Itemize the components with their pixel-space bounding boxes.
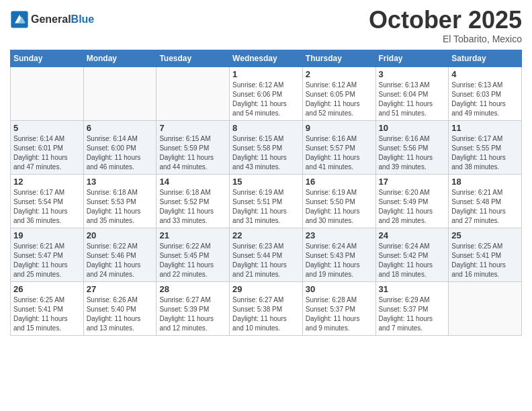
- day-info: Sunrise: 6:19 AM Sunset: 5:50 PM Dayligh…: [306, 188, 373, 226]
- week-row-4: 19Sunrise: 6:21 AM Sunset: 5:47 PM Dayli…: [11, 228, 522, 281]
- day-cell-w5-d4: 29Sunrise: 6:27 AM Sunset: 5:38 PM Dayli…: [230, 281, 303, 335]
- day-info: Sunrise: 6:24 AM Sunset: 5:42 PM Dayligh…: [379, 242, 446, 279]
- day-info: Sunrise: 6:25 AM Sunset: 5:41 PM Dayligh…: [13, 295, 81, 333]
- header-monday: Monday: [83, 50, 157, 66]
- day-cell-w3-d5: 16Sunrise: 6:19 AM Sunset: 5:50 PM Dayli…: [302, 174, 375, 228]
- weekday-header-row: Sunday Monday Tuesday Wednesday Thursday…: [11, 50, 522, 66]
- week-row-2: 5Sunrise: 6:14 AM Sunset: 6:01 PM Daylig…: [11, 120, 522, 174]
- day-number: 12: [13, 177, 81, 187]
- day-number: 30: [306, 284, 373, 294]
- day-cell-w2-d4: 8Sunrise: 6:15 AM Sunset: 5:58 PM Daylig…: [230, 120, 303, 174]
- day-number: 27: [87, 284, 154, 294]
- title-block: October 2025 El Tobarito, Mexico: [369, 7, 522, 44]
- day-cell-w1-d1: [11, 66, 84, 120]
- day-cell-w3-d1: 12Sunrise: 6:17 AM Sunset: 5:54 PM Dayli…: [11, 174, 84, 228]
- day-number: 28: [159, 284, 226, 294]
- day-number: 7: [159, 123, 226, 133]
- day-cell-w5-d6: 31Sunrise: 6:29 AM Sunset: 5:37 PM Dayli…: [375, 281, 449, 335]
- day-info: Sunrise: 6:15 AM Sunset: 5:59 PM Dayligh…: [159, 134, 226, 172]
- day-number: 10: [379, 123, 446, 133]
- day-number: 21: [159, 230, 226, 240]
- day-cell-w1-d3: [157, 66, 230, 120]
- logo-general: GeneralBlue: [31, 13, 94, 26]
- day-info: Sunrise: 6:21 AM Sunset: 5:48 PM Dayligh…: [451, 188, 519, 226]
- day-number: 18: [451, 177, 519, 187]
- day-cell-w3-d4: 15Sunrise: 6:19 AM Sunset: 5:51 PM Dayli…: [230, 174, 303, 228]
- day-cell-w4-d2: 20Sunrise: 6:22 AM Sunset: 5:46 PM Dayli…: [83, 228, 157, 281]
- day-info: Sunrise: 6:18 AM Sunset: 5:53 PM Dayligh…: [87, 188, 154, 226]
- day-number: 20: [87, 230, 154, 240]
- calendar-table: Sunday Monday Tuesday Wednesday Thursday…: [10, 50, 522, 336]
- page-container: GeneralBlue October 2025 El Tobarito, Me…: [0, 0, 532, 346]
- day-info: Sunrise: 6:28 AM Sunset: 5:37 PM Dayligh…: [306, 295, 373, 333]
- day-cell-w2-d2: 6Sunrise: 6:14 AM Sunset: 6:00 PM Daylig…: [83, 120, 157, 174]
- day-number: 9: [306, 123, 373, 133]
- week-row-3: 12Sunrise: 6:17 AM Sunset: 5:54 PM Dayli…: [11, 174, 522, 228]
- day-info: Sunrise: 6:24 AM Sunset: 5:43 PM Dayligh…: [306, 242, 373, 279]
- day-number: 6: [87, 123, 154, 133]
- day-info: Sunrise: 6:22 AM Sunset: 5:45 PM Dayligh…: [159, 242, 226, 279]
- day-cell-w3-d6: 17Sunrise: 6:20 AM Sunset: 5:49 PM Dayli…: [375, 174, 449, 228]
- location-subtitle: El Tobarito, Mexico: [369, 34, 522, 44]
- day-number: 8: [232, 123, 300, 133]
- day-number: 17: [379, 177, 446, 187]
- day-info: Sunrise: 6:20 AM Sunset: 5:49 PM Dayligh…: [379, 188, 446, 226]
- logo-text: GeneralBlue: [31, 13, 94, 26]
- day-cell-w3-d2: 13Sunrise: 6:18 AM Sunset: 5:53 PM Dayli…: [83, 174, 157, 228]
- day-number: 25: [451, 230, 519, 240]
- day-info: Sunrise: 6:17 AM Sunset: 5:54 PM Dayligh…: [13, 188, 81, 226]
- day-cell-w3-d7: 18Sunrise: 6:21 AM Sunset: 5:48 PM Dayli…: [449, 174, 522, 228]
- day-number: 19: [13, 230, 81, 240]
- day-cell-w4-d5: 23Sunrise: 6:24 AM Sunset: 5:43 PM Dayli…: [302, 228, 375, 281]
- day-info: Sunrise: 6:15 AM Sunset: 5:58 PM Dayligh…: [232, 134, 300, 172]
- header-thursday: Thursday: [302, 50, 375, 66]
- day-info: Sunrise: 6:16 AM Sunset: 5:56 PM Dayligh…: [379, 134, 446, 172]
- day-number: 15: [232, 177, 300, 187]
- day-info: Sunrise: 6:27 AM Sunset: 5:39 PM Dayligh…: [159, 295, 226, 333]
- day-cell-w5-d5: 30Sunrise: 6:28 AM Sunset: 5:37 PM Dayli…: [302, 281, 375, 335]
- day-cell-w1-d2: [83, 66, 157, 120]
- day-number: 16: [306, 177, 373, 187]
- day-info: Sunrise: 6:17 AM Sunset: 5:55 PM Dayligh…: [451, 134, 519, 172]
- day-info: Sunrise: 6:23 AM Sunset: 5:44 PM Dayligh…: [232, 242, 300, 279]
- day-number: 22: [232, 230, 300, 240]
- day-cell-w2-d5: 9Sunrise: 6:16 AM Sunset: 5:57 PM Daylig…: [302, 120, 375, 174]
- day-cell-w1-d5: 2Sunrise: 6:12 AM Sunset: 6:05 PM Daylig…: [302, 66, 375, 120]
- day-info: Sunrise: 6:12 AM Sunset: 6:05 PM Dayligh…: [306, 81, 373, 118]
- day-number: 14: [159, 177, 226, 187]
- day-cell-w1-d4: 1Sunrise: 6:12 AM Sunset: 6:06 PM Daylig…: [230, 66, 303, 120]
- day-cell-w5-d7: [449, 281, 522, 335]
- header-wednesday: Wednesday: [230, 50, 303, 66]
- day-cell-w1-d6: 3Sunrise: 6:13 AM Sunset: 6:04 PM Daylig…: [375, 66, 449, 120]
- header-sunday: Sunday: [11, 50, 84, 66]
- header-saturday: Saturday: [449, 50, 522, 66]
- logo: GeneralBlue: [10, 10, 94, 29]
- day-info: Sunrise: 6:27 AM Sunset: 5:38 PM Dayligh…: [232, 295, 300, 333]
- day-info: Sunrise: 6:21 AM Sunset: 5:47 PM Dayligh…: [13, 242, 81, 279]
- day-info: Sunrise: 6:29 AM Sunset: 5:37 PM Dayligh…: [379, 295, 446, 333]
- day-cell-w4-d6: 24Sunrise: 6:24 AM Sunset: 5:42 PM Dayli…: [375, 228, 449, 281]
- day-cell-w1-d7: 4Sunrise: 6:13 AM Sunset: 6:03 PM Daylig…: [449, 66, 522, 120]
- header-friday: Friday: [375, 50, 449, 66]
- day-number: 3: [379, 69, 446, 79]
- day-info: Sunrise: 6:16 AM Sunset: 5:57 PM Dayligh…: [306, 134, 373, 172]
- day-number: 29: [232, 284, 300, 294]
- day-number: 4: [451, 69, 519, 79]
- day-cell-w2-d7: 11Sunrise: 6:17 AM Sunset: 5:55 PM Dayli…: [449, 120, 522, 174]
- day-number: 11: [451, 123, 519, 133]
- day-info: Sunrise: 6:18 AM Sunset: 5:52 PM Dayligh…: [159, 188, 226, 226]
- day-cell-w4-d3: 21Sunrise: 6:22 AM Sunset: 5:45 PM Dayli…: [157, 228, 230, 281]
- day-info: Sunrise: 6:14 AM Sunset: 6:01 PM Dayligh…: [13, 134, 81, 172]
- header-tuesday: Tuesday: [157, 50, 230, 66]
- day-cell-w2-d1: 5Sunrise: 6:14 AM Sunset: 6:01 PM Daylig…: [11, 120, 84, 174]
- day-cell-w5-d3: 28Sunrise: 6:27 AM Sunset: 5:39 PM Dayli…: [157, 281, 230, 335]
- day-info: Sunrise: 6:13 AM Sunset: 6:03 PM Dayligh…: [451, 81, 519, 118]
- day-number: 2: [306, 69, 373, 79]
- month-title: October 2025: [369, 7, 522, 34]
- day-number: 1: [232, 69, 300, 79]
- day-info: Sunrise: 6:26 AM Sunset: 5:40 PM Dayligh…: [87, 295, 154, 333]
- day-cell-w3-d3: 14Sunrise: 6:18 AM Sunset: 5:52 PM Dayli…: [157, 174, 230, 228]
- day-info: Sunrise: 6:19 AM Sunset: 5:51 PM Dayligh…: [232, 188, 300, 226]
- day-number: 23: [306, 230, 373, 240]
- day-number: 26: [13, 284, 81, 294]
